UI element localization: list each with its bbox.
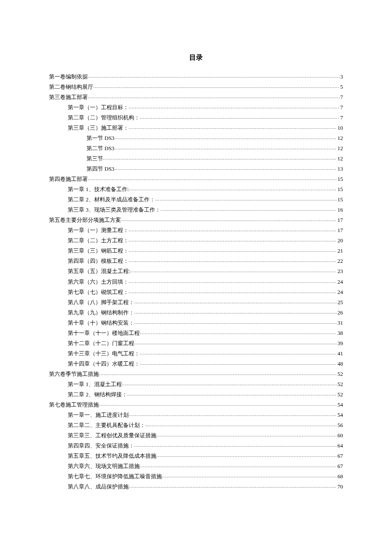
toc-entry[interactable]: 第一章 1、技术准备工作:15 (49, 184, 343, 195)
toc-entry[interactable]: 第五章（五）混凝土工程:23 (49, 266, 343, 276)
toc-entry[interactable]: 第九章（九）钢结构制作：26 (49, 308, 343, 318)
toc-entry-label: 第十三章（十三）电气工程： (68, 349, 140, 359)
toc-entry[interactable]: 第三节12 (49, 154, 343, 164)
toc-entry-page: 20 (337, 235, 343, 246)
toc-entry[interactable]: 第一章 1、混凝土工程52 (49, 379, 343, 389)
toc-entry[interactable]: 第五卷主要分部分项施工方案17 (49, 215, 343, 225)
toc-entry-page: 16 (337, 205, 343, 215)
toc-entry-page: 12 (337, 133, 343, 143)
toc-leader-dots (129, 235, 337, 244)
toc-entry-label: 第六章（六）土方回填： (68, 277, 129, 287)
toc-entry[interactable]: 第六章（六）土方回填：24 (49, 277, 343, 287)
toc-entry[interactable]: 第五章五、技术节约及降低成本措施67 (49, 451, 343, 461)
toc-entry[interactable]: 第一章（一）测量工程：17 (49, 225, 343, 235)
toc-entry-page: 52 (337, 379, 343, 389)
toc-entry-label: 第二章（二）土方工程： (68, 235, 129, 246)
toc-entry[interactable]: 第三卷施工部署7 (49, 92, 343, 102)
toc-entry-label: 第五卷主要分部分项施工方案 (49, 215, 121, 225)
toc-leader-dots (140, 359, 337, 367)
toc-entry-label: 第一章 1、技术准备工作: (68, 184, 129, 195)
toc-entry-label: 第二章 2、钢结构焊接： (68, 389, 127, 400)
toc-entry-page: 15 (337, 174, 343, 184)
toc-entry-page: 24 (337, 287, 343, 297)
toc-leader-dots (129, 225, 337, 234)
toc-entry[interactable]: 第二章（二）土方工程：20 (49, 235, 343, 246)
toc-entry-page: 38 (337, 328, 343, 338)
toc-entry-label: 第十四章（十四）水暖工程： (68, 359, 140, 369)
toc-entry-label: 第八章八、成品保护措施 (68, 482, 129, 492)
toc-entry[interactable]: 第二卷钢结构展厅5 (49, 82, 343, 92)
toc-leader-dots (129, 287, 337, 296)
toc-entry-page: 48 (337, 359, 343, 369)
toc-leader-dots (134, 297, 337, 306)
toc-entry-page: 68 (337, 471, 343, 482)
toc-entry-page: 41 (337, 349, 343, 359)
toc-leader-dots (129, 102, 340, 111)
toc-entry[interactable]: 第七章七、环境保护降低施工噪音措施68 (49, 471, 343, 482)
toc-entry-label: 第四章四、安全保证措施： (68, 441, 134, 451)
toc-entry-label: 第四节 DS3 (86, 164, 114, 174)
toc-leader-dots (161, 205, 337, 213)
toc-entry[interactable]: 第四章四、安全保证措施：64 (49, 441, 343, 451)
toc-entry[interactable]: 第四节 DS313 (49, 164, 343, 174)
toc-leader-dots (140, 461, 337, 470)
toc-leader-dots (88, 92, 340, 101)
toc-entry-page: 13 (337, 164, 343, 174)
toc-leader-dots (156, 430, 337, 439)
toc-entry[interactable]: 第二章（二）管理组织机构：7 (49, 113, 343, 123)
toc-entry[interactable]: 第四卷施工部署15 (49, 174, 343, 184)
toc-entry[interactable]: 第一章一、施工进度计划54 (49, 410, 343, 420)
toc-leader-dots (122, 379, 337, 388)
toc-entry[interactable]: 第六卷季节施工措施52 (49, 369, 343, 379)
toc-leader-dots (134, 308, 337, 316)
toc-entry-page: 52 (337, 369, 343, 379)
toc-leader-dots (134, 338, 337, 347)
toc-leader-dots (93, 82, 340, 90)
toc-entry[interactable]: 第十章（十）钢结构安装：31 (49, 318, 343, 328)
toc-entry[interactable]: 第二节 DS312 (49, 143, 343, 154)
toc-entry[interactable]: 第七章（七）砌筑工程：24 (49, 287, 343, 297)
toc-entry-page: 15 (337, 184, 343, 195)
toc-entry-label: 第四卷施工部署 (49, 174, 88, 184)
toc-entry[interactable]: 第八章八、成品保护措施70 (49, 482, 343, 492)
toc-entry[interactable]: 第二章 2、材料及半成品准备工作：15 (49, 195, 343, 205)
toc-leader-dots (140, 328, 337, 337)
toc-entry-page: 60 (337, 430, 343, 441)
toc-entry-page: 5 (340, 82, 343, 92)
toc-entry-label: 第三章 3、现场三类及管理准备工作： (68, 205, 161, 215)
toc-entry[interactable]: 第六章六、现场文明施工措施67 (49, 461, 343, 471)
toc-entry-page: 67 (337, 451, 343, 461)
toc-leader-dots (114, 143, 337, 152)
toc-entry[interactable]: 第十四章（十四）水暖工程：48 (49, 359, 343, 369)
toc-title: 目录 (49, 51, 343, 64)
toc-entry-page: 31 (337, 318, 343, 328)
toc-entry-label: 第七章（七）砌筑工程： (68, 287, 129, 297)
toc-entry[interactable]: 第三章 3、现场三类及管理准备工作：16 (49, 205, 343, 215)
toc-entry[interactable]: 第二章二、主要机具配备计划：56 (49, 420, 343, 430)
toc-entry[interactable]: 第二章 2、钢结构焊接：52 (49, 389, 343, 400)
toc-entry-label: 第九章（九）钢结构制作： (68, 308, 134, 318)
toc-entry-label: 第五章（五）混凝土工程: (68, 266, 130, 276)
toc-leader-dots (129, 482, 337, 490)
toc-leader-dots (99, 400, 337, 408)
toc-entry[interactable]: 第三章三、工程创优及质量保证措施60 (49, 430, 343, 441)
toc-entry-page: 52 (337, 389, 343, 400)
toc-entry-page: 22 (337, 256, 343, 266)
toc-entry-label: 第二章（二）管理组织机构： (68, 113, 140, 123)
toc-entry[interactable]: 第十二章（十二）门窗工程39 (49, 338, 343, 349)
toc-entry[interactable]: 第一章（一）工程目标：7 (49, 102, 343, 113)
toc-entry[interactable]: 第十三章（十三）电气工程：41 (49, 349, 343, 359)
toc-entry[interactable]: 第三章（三）钢筋工程：21 (49, 246, 343, 256)
toc-leader-dots (129, 256, 337, 264)
toc-entry[interactable]: 第一节 DS312 (49, 133, 343, 143)
toc-entry[interactable]: 第四章（四）模板工程：22 (49, 256, 343, 266)
toc-leader-dots (145, 420, 337, 429)
toc-entry-page: 23 (337, 266, 343, 276)
toc-entry[interactable]: 第八章（八）脚手架工程：25 (49, 297, 343, 308)
toc-entry[interactable]: 第一卷编制依据3 (49, 72, 343, 82)
toc-entry-label: 第六章六、现场文明施工措施 (68, 461, 140, 471)
toc-leader-dots (129, 246, 337, 254)
toc-entry[interactable]: 第三章（三）施工部署：10 (49, 123, 343, 133)
toc-entry[interactable]: 第十一章（十一）楼地面工程38 (49, 328, 343, 338)
toc-entry[interactable]: 第七卷施工管理措施54 (49, 400, 343, 410)
